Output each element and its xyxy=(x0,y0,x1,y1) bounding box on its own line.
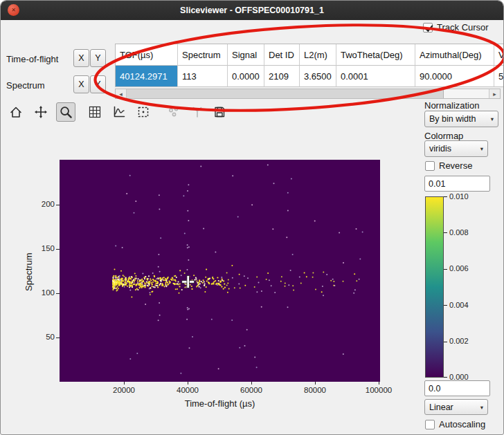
cursor-crosshair-icon xyxy=(182,275,195,288)
x-tick xyxy=(188,382,188,385)
non-orthogonal-view-button xyxy=(188,102,207,122)
colorbar-tickmark xyxy=(444,269,447,270)
x-tick xyxy=(315,382,316,385)
y-axis-label: Spectrum xyxy=(24,252,34,291)
cell-twotheta[interactable]: 0.0001 xyxy=(336,66,415,87)
col-header-twotheta: TwoTheta(Deg) xyxy=(336,44,415,66)
x-axis-label: Time-of-flight (µs) xyxy=(60,398,380,409)
line-plots-button[interactable] xyxy=(109,102,129,122)
x-tick-label: 80000 xyxy=(294,386,336,394)
non-orthogonal-view-icon xyxy=(190,105,204,119)
x-tick xyxy=(379,382,379,385)
colorbar-tickmark xyxy=(444,377,447,378)
save-icon xyxy=(213,105,226,119)
checkbox-icon xyxy=(425,161,435,171)
scroll-right-arrow-icon[interactable]: ▸ xyxy=(489,89,500,98)
track-cursor-label: Track Cursor xyxy=(437,22,489,33)
cell-signal[interactable]: 0.0000 xyxy=(228,66,264,87)
slice-plot-canvas[interactable] xyxy=(60,160,380,382)
col-header-l2: L2(m) xyxy=(300,44,336,66)
y-tick-label: 200 xyxy=(31,200,55,208)
y-tick xyxy=(56,337,60,338)
colorbar-min-input[interactable]: 0.0 xyxy=(424,380,490,396)
autoscaling-checkbox[interactable]: Autoscaling xyxy=(425,419,485,429)
save-button[interactable] xyxy=(210,102,229,122)
col-header-signal: Signal xyxy=(228,44,264,66)
x-tick xyxy=(124,382,125,385)
scatter-plot xyxy=(60,160,380,382)
normalization-label: Normalization xyxy=(424,100,479,111)
spectrum-y-button[interactable]: Y xyxy=(90,75,106,93)
pan-button[interactable] xyxy=(31,102,51,122)
col-header-detid: Det ID xyxy=(264,44,300,66)
peaks-overlay-button xyxy=(164,102,183,122)
cursor-info-table: TOF(µs) Spectrum Signal Det ID L2(m) Two… xyxy=(115,44,504,87)
track-cursor-checkbox[interactable]: Track Cursor xyxy=(423,22,489,33)
zoom-button[interactable] xyxy=(56,102,75,122)
chevron-down-icon: ▾ xyxy=(475,145,483,152)
colorbar-max-input[interactable]: 0.01 xyxy=(424,176,490,192)
window-title: Sliceviewer - OFFSPEC00010791_1 xyxy=(180,6,324,15)
zoom-icon xyxy=(59,105,73,119)
colorbar-tick-label: 0.010 xyxy=(449,192,469,201)
dim-label-time-of-flight: Time-of-flight xyxy=(6,54,58,64)
chevron-down-icon: ▾ xyxy=(475,404,483,411)
colorbar-tickmark xyxy=(444,342,447,342)
sliceviewer-window: ✕ Sliceviewer - OFFSPEC00010791_1 Track … xyxy=(0,0,504,435)
col-header-clipped: V xyxy=(494,44,504,66)
scroll-left-arrow-icon[interactable]: ◂ xyxy=(116,89,127,98)
colormap-select[interactable]: viridis ▾ xyxy=(424,140,488,157)
checkbox-icon xyxy=(425,420,435,429)
cell-clipped[interactable]: 5 xyxy=(494,66,504,87)
grid-icon xyxy=(88,105,102,119)
colorbar-tick-label: 0.008 xyxy=(449,228,469,237)
reverse-label: Reverse xyxy=(439,160,472,171)
table-horizontal-scrollbar[interactable]: ◂ ▸ xyxy=(115,89,501,99)
cell-tof[interactable]: 40124.2971 xyxy=(116,66,178,87)
cell-l2[interactable]: 3.6500 xyxy=(300,66,336,87)
autoscaling-label: Autoscaling xyxy=(439,419,485,429)
close-button[interactable]: ✕ xyxy=(8,4,19,16)
x-tick-label: 60000 xyxy=(231,386,272,394)
x-tick xyxy=(251,382,252,385)
x-tick-label: 20000 xyxy=(103,386,145,394)
x-tick-label: 100000 xyxy=(358,386,399,394)
cell-azimuthal[interactable]: 90.0000 xyxy=(415,66,494,87)
home-icon xyxy=(9,105,23,119)
y-tick-label: 100 xyxy=(31,288,55,297)
colorbar-tick-label: 0.002 xyxy=(449,337,469,345)
reverse-checkbox[interactable]: Reverse xyxy=(425,160,472,171)
y-tick xyxy=(56,205,60,205)
col-header-tof: TOF(µs) xyxy=(116,44,178,66)
chevron-down-icon: ▾ xyxy=(485,115,494,122)
colorbar-tick-label: 0.006 xyxy=(449,264,469,272)
titlebar: ✕ Sliceviewer - OFFSPEC00010791_1 xyxy=(1,1,503,20)
scatter-points xyxy=(112,165,363,374)
colorbar-gradient xyxy=(425,196,444,378)
colorbar-tickmark xyxy=(444,232,447,233)
spectrum-x-button[interactable]: X xyxy=(73,75,89,93)
y-tick xyxy=(56,249,60,250)
peaks-overlay-icon xyxy=(167,105,181,119)
checkbox-icon xyxy=(423,23,433,33)
tof-x-button[interactable]: X xyxy=(73,49,89,67)
scale-select[interactable]: Linear ▾ xyxy=(424,399,488,415)
x-tick-label: 40000 xyxy=(167,386,208,394)
cell-detid[interactable]: 2109 xyxy=(264,66,300,87)
table-value-row: 40124.2971 113 0.0000 2109 3.6500 0.0001… xyxy=(116,66,504,87)
line-plots-icon xyxy=(112,105,126,119)
grid-button[interactable] xyxy=(85,102,105,122)
tof-y-button[interactable]: Y xyxy=(90,49,106,67)
colorbar-tick-label: 0.004 xyxy=(449,301,469,309)
dim-label-spectrum: Spectrum xyxy=(6,80,45,91)
close-icon: ✕ xyxy=(11,8,16,13)
colorbar-tickmark xyxy=(444,305,447,306)
cell-spectrum[interactable]: 113 xyxy=(178,66,228,87)
scrollbar-thumb[interactable] xyxy=(127,89,444,98)
table-header-row: TOF(µs) Spectrum Signal Det ID L2(m) Two… xyxy=(116,44,504,66)
normalization-select[interactable]: By bin width ▾ xyxy=(424,111,498,127)
region-selection-button[interactable] xyxy=(134,102,153,122)
colormap-label: Colormap xyxy=(424,131,463,141)
colorbar-tickmark xyxy=(444,196,447,197)
home-button[interactable] xyxy=(6,102,26,122)
